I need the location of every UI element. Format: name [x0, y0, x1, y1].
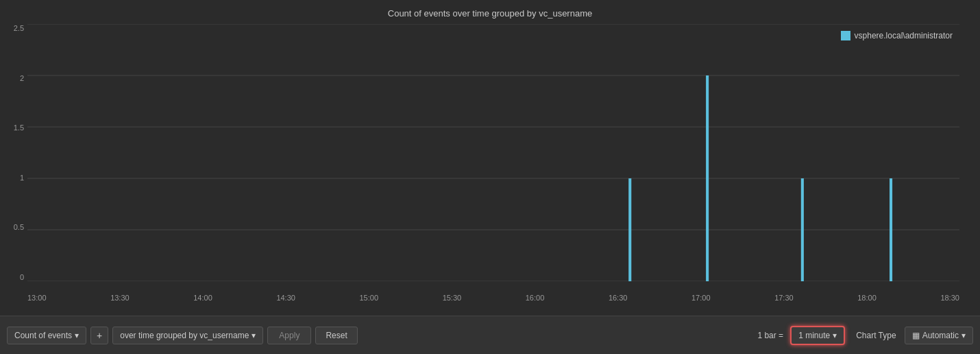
y-label-0: 0 — [20, 273, 24, 281]
bar-equals-label: 1 bar = — [757, 331, 783, 340]
x-label-1630: 16:30 — [609, 294, 628, 302]
groupby-dropdown[interactable]: over time grouped by vc_username ▾ — [112, 327, 263, 344]
chart-svg — [27, 24, 959, 281]
x-label-1700: 17:00 — [691, 294, 711, 302]
x-label-1530: 15:30 — [443, 294, 462, 302]
chart-container: Count of events over time grouped by vc_… — [0, 0, 980, 316]
x-label-1330: 13:30 — [110, 294, 130, 302]
reset-button[interactable]: Reset — [315, 327, 357, 344]
x-label-1430: 14:30 — [276, 294, 295, 302]
x-label-1800: 18:00 — [857, 294, 877, 302]
automatic-label: Automatic — [922, 331, 959, 340]
x-label-1300: 13:00 — [27, 294, 47, 302]
y-label-25: 2.5 — [14, 24, 24, 32]
minute-arrow-icon: ▾ — [833, 331, 837, 340]
x-axis: 13:00 13:30 14:00 14:30 15:00 15:30 16:0… — [27, 294, 959, 302]
x-label-1730: 17:30 — [774, 294, 794, 302]
count-dropdown-arrow-icon: ▾ — [75, 331, 79, 340]
count-of-events-label: Count of events — [14, 331, 72, 340]
groupby-arrow-icon: ▾ — [252, 331, 256, 340]
svg-rect-7 — [706, 75, 709, 281]
y-label-1: 1 — [20, 174, 24, 182]
minute-label: 1 minute — [798, 331, 830, 340]
chart-plot-area — [27, 24, 959, 281]
add-button[interactable]: + — [90, 327, 108, 344]
minute-interval-dropdown[interactable]: 1 minute ▾ — [790, 326, 845, 345]
apply-button[interactable]: Apply — [267, 327, 311, 344]
groupby-label: over time grouped by vc_username — [120, 331, 249, 340]
legend-label: vsphere.local\administrator — [855, 31, 953, 40]
bottom-toolbar: Count of events ▾ + over time grouped by… — [0, 316, 980, 354]
x-label-1400: 14:00 — [193, 294, 212, 302]
chart-title: Count of events over time grouped by vc_… — [0, 1, 980, 19]
y-axis: 2.5 2 1.5 1 0.5 0 — [0, 24, 27, 281]
plus-icon: + — [97, 330, 102, 341]
x-label-1600: 16:00 — [526, 294, 545, 302]
x-label-1500: 15:00 — [360, 294, 379, 302]
chart-type-icon: ▦ — [912, 331, 920, 340]
svg-rect-6 — [628, 178, 631, 281]
y-label-2: 2 — [20, 74, 24, 82]
legend: vsphere.local\administrator — [841, 31, 953, 40]
count-of-events-dropdown[interactable]: Count of events ▾ — [7, 327, 86, 344]
reset-label: Reset — [326, 331, 347, 340]
svg-rect-8 — [801, 178, 804, 281]
x-label-1830: 18:30 — [940, 294, 959, 302]
chart-type-label: Chart Type — [856, 331, 896, 340]
y-label-15: 1.5 — [14, 123, 24, 132]
apply-label: Apply — [279, 331, 299, 340]
automatic-arrow-icon: ▾ — [961, 331, 966, 340]
y-label-05: 0.5 — [14, 223, 24, 231]
chart-type-dropdown[interactable]: ▦ Automatic ▾ — [905, 327, 973, 344]
legend-color-swatch — [841, 31, 850, 40]
svg-rect-9 — [890, 178, 892, 281]
